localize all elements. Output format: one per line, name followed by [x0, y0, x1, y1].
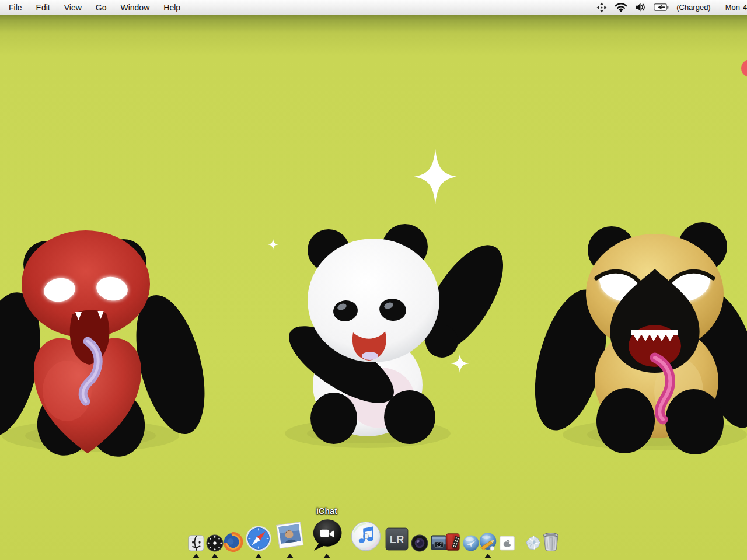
battery-icon[interactable] — [654, 4, 669, 11]
menu-file[interactable]: File — [9, 3, 22, 12]
menu-window[interactable]: Window — [120, 3, 149, 12]
dock-icon-firefox[interactable] — [223, 532, 243, 552]
running-indicator — [484, 554, 491, 558]
dock-hover-label: iChat — [316, 506, 337, 516]
battery-status-text: (Charged) — [676, 3, 711, 12]
dock-icon-iphoto[interactable] — [274, 520, 306, 552]
svg-text:LR: LR — [390, 533, 404, 545]
gold-angry-panda — [522, 222, 747, 457]
desktop-wallpaper — [0, 15, 747, 560]
menu-help[interactable]: Help — [163, 3, 180, 12]
clock-clipped-text: 4 — [743, 3, 747, 12]
dock-icon-red-media-app[interactable] — [444, 532, 463, 552]
menu-go[interactable]: Go — [96, 3, 107, 12]
dock-icon-trash[interactable] — [540, 531, 561, 552]
wifi-icon[interactable] — [615, 2, 627, 12]
dock-icon-safari[interactable] — [245, 525, 272, 552]
panda-wallpaper-art — [0, 15, 747, 560]
running-indicator — [323, 554, 330, 558]
dock-icon-finder[interactable] — [187, 534, 205, 552]
running-indicator — [211, 554, 218, 558]
running-indicator — [287, 554, 294, 558]
dock-icon-lightroom[interactable]: LR — [384, 526, 410, 552]
dock-icon-camera-lens[interactable] — [411, 534, 428, 552]
menu-status-area: (Charged) Mon 4 — [596, 0, 747, 15]
running-indicator — [193, 554, 200, 558]
red-balloon-edge — [741, 60, 747, 77]
dock-icon-dashboard[interactable] — [206, 534, 224, 552]
volume-icon[interactable] — [635, 3, 646, 12]
dock: iChat — [0, 490, 747, 560]
running-indicator — [255, 554, 262, 558]
menu-edit[interactable]: Edit — [36, 3, 50, 12]
menu-view[interactable]: View — [64, 3, 82, 12]
clock-day-text: Mon — [725, 3, 740, 12]
menu-items: File Edit View Go Window Help — [0, 3, 180, 12]
dock-icon-blue-globe-pointer[interactable] — [478, 532, 498, 552]
dock-icon-blue-globe-plane[interactable] — [462, 534, 480, 552]
dock-icon-ichat[interactable] — [310, 518, 344, 552]
white-panda — [278, 224, 519, 444]
move-arrows-icon[interactable] — [596, 2, 607, 13]
menu-bar: File Edit View Go Window Help — [0, 0, 747, 15]
dock-icon-itunes[interactable] — [350, 519, 382, 552]
dock-icon-apple-software-box[interactable] — [498, 534, 516, 552]
menu-clock[interactable]: Mon 4 — [725, 3, 747, 12]
